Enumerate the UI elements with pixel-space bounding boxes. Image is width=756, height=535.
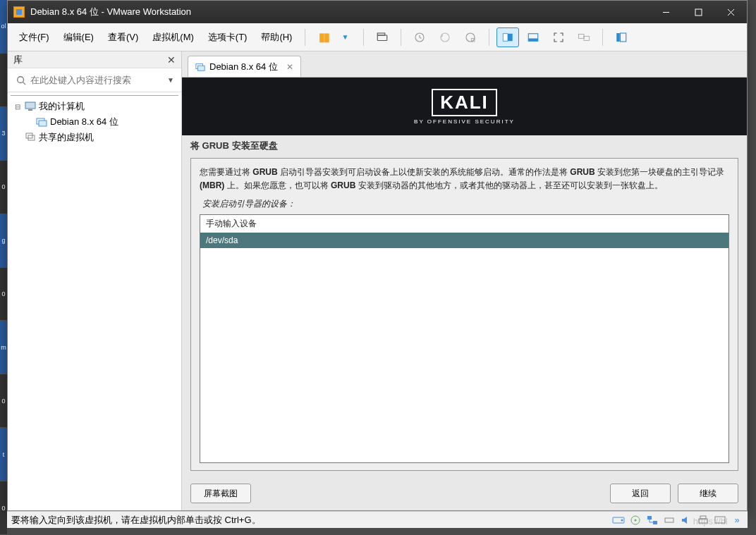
snapshot-manager-button[interactable]	[459, 27, 482, 47]
menu-edit[interactable]: 编辑(E)	[56, 28, 101, 47]
shared-icon	[25, 132, 36, 143]
fullscreen-button[interactable]	[547, 27, 570, 47]
installer-panel: 您需要通过将 GRUB 启动引导器安装到可启动设备上以使新安装的系统能够启动。通…	[190, 158, 738, 471]
collapse-icon[interactable]: ⊟	[13, 103, 22, 111]
keyboard-icon	[376, 31, 389, 44]
tree-node-shared-vms[interactable]: 共享的虚拟机	[11, 130, 178, 145]
menu-file[interactable]: 文件(F)	[12, 28, 56, 47]
menu-help[interactable]: 帮助(H)	[254, 28, 299, 47]
chevron-icon[interactable]: »	[731, 515, 743, 526]
svg-rect-17	[28, 109, 32, 111]
desc-text: 安装到驱动器的其他地方，或者其他的驱动器上，甚至还可以安装到一张软盘上。	[355, 180, 662, 190]
menu-vm[interactable]: 虚拟机(M)	[145, 28, 201, 47]
tab-label: Debian 8.x 64 位	[209, 61, 278, 73]
desc-text: 启动引导器安装到可启动设备上以使新安装的系统能够启动。通常的作法是将	[278, 167, 571, 177]
svg-rect-11	[579, 34, 585, 38]
snapshot-button[interactable]	[408, 27, 431, 47]
close-sidebar-button[interactable]: ✕	[167, 54, 176, 66]
menu-tabs[interactable]: 选项卡(T)	[201, 28, 255, 47]
separator	[489, 29, 489, 46]
usb-icon[interactable]	[663, 515, 676, 526]
svg-rect-23	[198, 66, 205, 70]
power-dropdown[interactable]: ▼	[334, 27, 356, 47]
library-icon	[615, 31, 628, 44]
svg-point-15	[18, 76, 24, 82]
multimon-icon	[578, 31, 590, 44]
kali-header: KALI BY OFFENSIVE SECURITY	[182, 78, 747, 135]
vmware-window: Debian 8.x 64 位 - VMware Workstation 文件(…	[7, 0, 748, 511]
sidebar-title: 库	[13, 54, 23, 66]
device-option-manual[interactable]: 手动输入设备	[200, 215, 728, 233]
separator	[363, 29, 364, 46]
desc-text: 上。如果您愿意，也可以将	[224, 180, 331, 190]
search-input[interactable]	[30, 75, 164, 85]
view-unity-button[interactable]	[522, 27, 544, 47]
svg-rect-30	[665, 518, 673, 522]
watermark: https://bl	[693, 516, 728, 527]
separator	[602, 29, 603, 46]
cd-icon[interactable]	[629, 515, 642, 526]
network-icon[interactable]	[646, 515, 659, 526]
svg-rect-13	[617, 33, 621, 42]
kali-logo: KALI	[432, 89, 497, 116]
svg-rect-28	[647, 516, 652, 519]
vm-icon	[36, 116, 47, 128]
menu-view[interactable]: 查看(V)	[101, 28, 145, 47]
fullscreen-icon	[552, 31, 565, 44]
separator	[401, 29, 401, 46]
sound-icon[interactable]	[680, 515, 693, 526]
statusbar: 要将输入定向到该虚拟机，请在虚拟机内部单击或按 Ctrl+G。 »	[7, 511, 748, 528]
desc-text: 安装到您第一块硬盘的主引导记录	[595, 167, 724, 177]
multimon-button[interactable]	[573, 27, 595, 47]
sidebar-search: ▼	[8, 68, 181, 92]
pause-button[interactable]: ▮▮	[312, 27, 335, 47]
clock-icon	[413, 31, 426, 44]
view-console-button[interactable]	[496, 27, 519, 47]
maximize-button[interactable]	[682, 1, 714, 23]
search-dropdown[interactable]: ▼	[164, 76, 177, 84]
svg-rect-10	[529, 38, 539, 41]
svg-point-25	[621, 519, 623, 521]
window-title: Debian 8.x 64 位 - VMware Workstation	[30, 6, 650, 18]
minimize-button[interactable]	[650, 1, 682, 23]
vm-icon	[195, 62, 205, 72]
screenshot-button[interactable]: 屏幕截图	[190, 484, 251, 503]
vm-console[interactable]: KALI BY OFFENSIVE SECURITY 将 GRUB 安装至硬盘 …	[182, 77, 747, 510]
desc-bold: GRUB	[252, 167, 277, 177]
back-button[interactable]: 返回	[610, 484, 671, 503]
svg-point-27	[635, 519, 637, 521]
pause-icon: ▮▮	[319, 30, 329, 44]
continue-button[interactable]: 继续	[678, 484, 738, 503]
menubar: 文件(F) 编辑(E) 查看(V) 虚拟机(M) 选项卡(T) 帮助(H) ▮▮…	[8, 23, 747, 51]
titlebar[interactable]: Debian 8.x 64 位 - VMware Workstation	[8, 1, 747, 23]
device-list[interactable]: 手动输入设备 /dev/sda	[200, 214, 729, 463]
console-icon	[501, 31, 514, 44]
tree-label: 共享的虚拟机	[39, 131, 94, 144]
library-toggle-button[interactable]	[610, 27, 633, 47]
installer-subtitle: 安装启动引导器的设备：	[202, 198, 729, 210]
separator	[305, 29, 305, 46]
revert-snapshot-button[interactable]	[434, 27, 456, 47]
send-ctrl-alt-del-button[interactable]	[371, 27, 394, 47]
svg-rect-14	[621, 33, 626, 42]
tree-label: Debian 8.x 64 位	[50, 116, 118, 128]
body: 库 ✕ ▼ ⊟ 我的计算机	[8, 51, 747, 510]
svg-rect-1	[378, 35, 388, 41]
tree-node-vm-debian[interactable]: Debian 8.x 64 位	[11, 114, 178, 130]
close-button[interactable]	[714, 1, 747, 23]
tab-close-button[interactable]: ✕	[286, 62, 293, 72]
main-area: Debian 8.x 64 位 ✕ KALI BY OFFENSIVE SECU…	[182, 51, 747, 510]
desc-bold: GRUB	[331, 180, 355, 190]
clock-manage-icon	[464, 31, 477, 44]
device-option-sda[interactable]: /dev/sda	[200, 233, 728, 248]
tree-label: 我的计算机	[39, 100, 85, 113]
tab-debian[interactable]: Debian 8.x 64 位 ✕	[188, 56, 301, 77]
sidebar: 库 ✕ ▼ ⊟ 我的计算机	[8, 51, 182, 510]
hdd-icon[interactable]	[612, 515, 625, 526]
clock-back-icon	[439, 31, 451, 44]
library-tree[interactable]: ⊟ 我的计算机 Debian 8.x 64 位	[11, 95, 178, 508]
desc-bold: GRUB	[570, 167, 595, 177]
computer-icon	[25, 101, 36, 112]
tree-node-my-computer[interactable]: ⊟ 我的计算机	[11, 99, 178, 114]
tabstrip: Debian 8.x 64 位 ✕	[182, 51, 747, 77]
